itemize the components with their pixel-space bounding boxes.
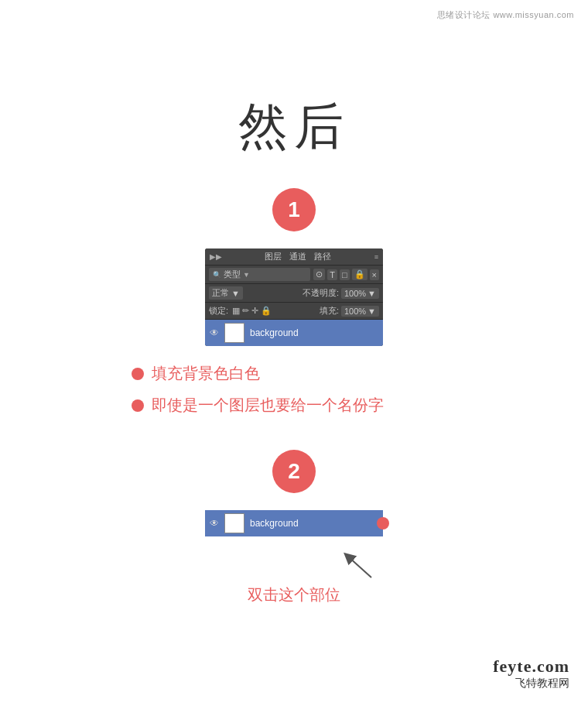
- ps-fill-group: 填充: 100% ▼: [320, 305, 379, 317]
- layer-visibility-icon-step2[interactable]: 👁: [210, 518, 219, 529]
- layer-name-step2: background: [250, 518, 299, 529]
- watermark-bottom-line1: feyte.com: [493, 656, 569, 677]
- ps-lock-paint-icon[interactable]: ✏: [242, 306, 249, 316]
- tab-paths[interactable]: 路径: [314, 251, 331, 262]
- ps-blend-row: 正常 ▼ 不透明度: 100% ▼: [205, 284, 383, 303]
- ps-lock-all-icon[interactable]: 🔒: [261, 306, 272, 316]
- main-content: 然后 1 ▶▶ 图层 通道 路径 ≡ 🔍 类型 ▼ ⊙ T □: [0, 0, 588, 605]
- tab-channels[interactable]: 通道: [289, 251, 306, 262]
- ps-opacity-label: 不透明度:: [303, 287, 339, 299]
- watermark-bottom-line2: 飞特教程网: [493, 677, 569, 691]
- ps-icon-type[interactable]: T: [327, 269, 337, 280]
- bullet-dot-2: [132, 399, 144, 412]
- step2-below: 双击这个部位: [248, 550, 340, 605]
- step2-section: 2 👁 background 双击这个部位: [205, 450, 383, 605]
- ps-lock-move-icon[interactable]: ✛: [251, 306, 258, 316]
- ps-fill-value[interactable]: 100% ▼: [341, 306, 379, 317]
- ps-blend-label: 正常: [212, 287, 229, 299]
- bullet-dot-1: [132, 368, 144, 380]
- ps-layer-row-step1[interactable]: 👁 background: [205, 320, 383, 346]
- step2-number: 2: [288, 459, 300, 484]
- bullet-text-2: 即使是一个图层也要给一个名份字: [152, 395, 384, 416]
- ps-panel-header: ▶▶ 图层 通道 路径 ≡: [205, 248, 383, 266]
- bullet-text-1: 填充背景色白色: [152, 363, 260, 384]
- ps-blend-arrow-icon: ▼: [231, 289, 240, 298]
- arrow-label: 双击这个部位: [248, 584, 340, 605]
- watermark-bottom: feyte.com 飞特教程网: [493, 656, 569, 691]
- ps-blend-select[interactable]: 正常 ▼: [209, 286, 243, 300]
- ps-opacity-value[interactable]: 100% ▼: [341, 288, 379, 299]
- watermark-top: 思绪设计论坛 www.missyuan.com: [437, 9, 574, 21]
- ps-lock-label: 锁定:: [209, 305, 228, 317]
- ps-panel-step2: 👁 background: [205, 510, 383, 536]
- ps-tabs: 图层 通道 路径: [265, 251, 331, 262]
- tab-layers[interactable]: 图层: [265, 251, 282, 262]
- bullet-section: 填充背景色白色 即使是一个图层也要给一个名份字: [132, 363, 456, 427]
- ps-opacity-group: 不透明度: 100% ▼: [303, 287, 379, 299]
- layer-name-step1: background: [250, 327, 299, 338]
- layer-thumbnail: [224, 323, 244, 343]
- ps-lock-pixels-icon[interactable]: ▦: [232, 306, 240, 316]
- ps-opacity-arrow-icon: ▼: [368, 289, 376, 298]
- search-icon: 🔍: [213, 271, 221, 279]
- ps-lock-icons: ▦ ✏ ✛ 🔒: [232, 306, 272, 316]
- layer-visibility-icon[interactable]: 👁: [210, 327, 219, 338]
- layer-thumbnail-step2: [224, 513, 244, 533]
- ps-icon-filter[interactable]: ⊙: [313, 269, 325, 280]
- page-title: 然后: [238, 93, 350, 160]
- ps-icon-group: ⊙ T □ 🔒 ×: [313, 269, 379, 280]
- ps-icon-close[interactable]: ×: [370, 269, 379, 280]
- red-dot-indicator: [377, 517, 389, 530]
- ps-arrows-icon: ▶▶: [210, 252, 222, 261]
- bullet-item-2: 即使是一个图层也要给一个名份字: [132, 395, 456, 416]
- ps-fill-label: 填充:: [320, 305, 339, 317]
- ps-search-box[interactable]: 🔍 类型 ▼: [209, 268, 310, 281]
- ps-icon-shape[interactable]: □: [340, 269, 350, 280]
- step1-number: 1: [288, 197, 300, 222]
- ps-fill-arrow-icon: ▼: [368, 307, 376, 316]
- step1-circle: 1: [272, 188, 316, 231]
- ps-menu-icon[interactable]: ≡: [374, 253, 378, 261]
- ps-search-arrow-icon: ▼: [243, 271, 250, 279]
- ps-search-row: 🔍 类型 ▼ ⊙ T □ 🔒 ×: [205, 266, 383, 284]
- step2-circle: 2: [272, 450, 316, 493]
- ps-panel-step1: ▶▶ 图层 通道 路径 ≡ 🔍 类型 ▼ ⊙ T □ 🔒 ×: [205, 248, 383, 346]
- ps-icon-lock[interactable]: 🔒: [352, 269, 368, 280]
- svg-line-0: [348, 557, 371, 577]
- arrow-svg: [317, 550, 379, 581]
- bullet-item-1: 填充背景色白色: [132, 363, 456, 384]
- ps-layer-row-step2[interactable]: 👁 background: [205, 510, 383, 536]
- ps-search-label: 类型: [224, 269, 241, 280]
- ps-lock-row: 锁定: ▦ ✏ ✛ 🔒 填充: 100% ▼: [205, 303, 383, 320]
